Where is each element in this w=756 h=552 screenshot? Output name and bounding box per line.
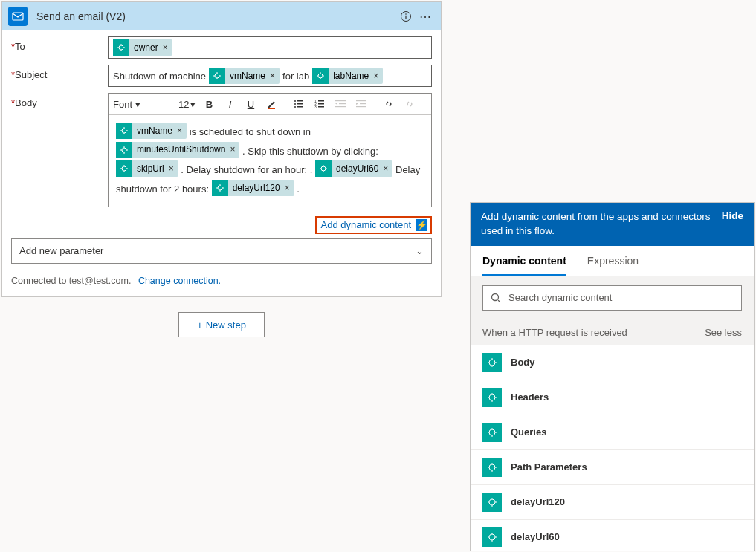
search-icon [491, 293, 501, 303]
body-text: is scheduled to shut down in [190, 126, 311, 137]
add-parameter-label: Add new parameter [19, 245, 103, 256]
rte-size-select[interactable]: 12 ▾ [178, 99, 196, 110]
search-wrap: Search dynamic content [471, 276, 754, 319]
svg-point-2 [405, 13, 407, 15]
dynamic-item[interactable]: delayUrl120 [471, 485, 754, 520]
rte-underline-button[interactable]: U [243, 97, 258, 111]
dynamic-item-label: Headers [511, 392, 549, 403]
to-input[interactable]: owner × [108, 36, 432, 59]
subject-label: *Subject [11, 65, 108, 80]
dynamic-item-label: delayUrl120 [511, 496, 565, 507]
rte-font-select[interactable]: Font ▾ [113, 99, 172, 110]
svg-point-29 [218, 186, 222, 190]
outlook-icon [8, 7, 28, 26]
more-icon[interactable]: ⋯ [416, 7, 435, 26]
chevron-down-icon: ▾ [190, 99, 196, 110]
dynamic-panel-tabs: Dynamic content Expression [471, 246, 754, 276]
token-remove-icon[interactable]: × [373, 71, 378, 81]
svg-rect-8 [297, 100, 303, 102]
rte-indent-button[interactable] [354, 97, 369, 111]
token-icon [315, 160, 332, 177]
token-label: vmName [230, 71, 265, 81]
token-remove-icon[interactable]: × [177, 123, 182, 140]
add-dynamic-wrap: Add dynamic content ⚡ [108, 216, 432, 234]
search-dynamic-input[interactable]: Search dynamic content [482, 285, 742, 311]
card-title: Send an email (V2) [36, 10, 396, 22]
subject-text: for lab [282, 71, 309, 82]
info-icon[interactable] [396, 7, 416, 26]
add-dynamic-row: Add dynamic content ⚡ [11, 213, 432, 234]
rte-link-button[interactable] [381, 97, 396, 111]
token-remove-icon[interactable]: × [169, 160, 174, 178]
section-http-request: When a HTTP request is received See less [471, 319, 754, 345]
lightning-icon: ⚡ [416, 219, 427, 231]
rte-unlink-button[interactable] [402, 97, 417, 111]
svg-point-31 [489, 360, 495, 366]
separator [285, 97, 285, 111]
svg-point-9 [294, 103, 296, 105]
token-labname[interactable]: labName × [312, 68, 383, 84]
rte-italic-button[interactable]: I [222, 97, 237, 111]
token-vmname[interactable]: vmName × [209, 68, 280, 84]
dynamic-item[interactable]: Headers [471, 380, 754, 415]
token-minutes[interactable]: minutesUntilShutdown× [116, 142, 239, 158]
token-remove-icon[interactable]: × [285, 180, 290, 197]
dynamic-item[interactable]: delayUrl60 [471, 520, 754, 551]
token-icon [116, 142, 132, 158]
rte-bullets-button[interactable] [291, 97, 306, 111]
hide-panel-link[interactable]: Hide [722, 210, 743, 238]
token-delay120[interactable]: delayUrl120× [212, 180, 294, 196]
subject-input[interactable]: Shutdown of machine vmName × for lab lab… [108, 65, 432, 87]
dynamic-item[interactable]: Queries [471, 415, 754, 450]
rte-bold-button[interactable]: B [201, 97, 216, 111]
request-icon [482, 388, 502, 407]
svg-rect-0 [13, 13, 23, 20]
add-parameter-dropdown[interactable]: Add new parameter ⌄ [11, 238, 432, 264]
separator [375, 97, 375, 111]
body-content[interactable]: vmName× is scheduled to shut down in min… [109, 115, 431, 207]
token-icon [116, 123, 132, 139]
tab-dynamic-content[interactable]: Dynamic content [482, 255, 566, 276]
token-remove-icon[interactable]: × [270, 71, 275, 81]
token-remove-icon[interactable]: × [383, 160, 388, 178]
dynamic-content-list[interactable]: Body Headers Queries Path Parameters del… [471, 345, 754, 551]
token-vmname[interactable]: vmName× [116, 123, 187, 139]
request-icon [482, 493, 502, 512]
new-step-button[interactable]: + New step [178, 312, 265, 337]
dynamic-item[interactable]: Body [471, 345, 754, 380]
dynamic-item[interactable]: Path Parameters [471, 450, 754, 485]
token-icon [312, 68, 329, 84]
add-dynamic-label: Add dynamic content [321, 219, 411, 230]
see-less-link[interactable]: See less [705, 327, 742, 338]
dynamic-content-panel: Add dynamic content from the apps and co… [470, 202, 755, 551]
token-owner[interactable]: owner × [113, 39, 172, 56]
svg-text:3: 3 [314, 105, 317, 109]
body-editor[interactable]: Font ▾ 12 ▾ B I U 123 vmName× [108, 93, 432, 207]
token-icon [212, 180, 228, 196]
svg-rect-21 [335, 106, 346, 107]
rte-numbered-button[interactable]: 123 [312, 97, 327, 111]
body-text: . Delay shutdown for an hour: . [181, 164, 312, 175]
token-remove-icon[interactable]: × [230, 141, 235, 158]
svg-rect-10 [297, 103, 303, 105]
svg-rect-19 [335, 100, 346, 101]
token-icon [113, 39, 129, 56]
tab-expression[interactable]: Expression [587, 255, 639, 276]
token-remove-icon[interactable]: × [163, 42, 168, 53]
token-icon [116, 160, 132, 177]
dynamic-item-label: Path Parameters [511, 461, 587, 473]
rte-color-button[interactable] [264, 97, 279, 111]
add-dynamic-content-link[interactable]: Add dynamic content ⚡ [315, 216, 432, 234]
token-delay60[interactable]: delayUrl60× [315, 160, 392, 177]
token-label: delayUrl120 [233, 180, 280, 197]
svg-point-32 [489, 394, 495, 400]
rte-outdent-button[interactable] [333, 97, 348, 111]
svg-point-6 [318, 74, 323, 78]
svg-point-27 [122, 166, 126, 171]
email-action-card: Send an email (V2) ⋯ *To owner × *Subjec… [1, 1, 442, 297]
token-skipurl[interactable]: skipUrl× [116, 160, 178, 177]
rte-toolbar: Font ▾ 12 ▾ B I U 123 [109, 94, 431, 115]
section-title: When a HTTP request is received [482, 327, 627, 338]
change-connection-link[interactable]: Change connection. [138, 276, 221, 286]
svg-point-26 [122, 148, 126, 152]
